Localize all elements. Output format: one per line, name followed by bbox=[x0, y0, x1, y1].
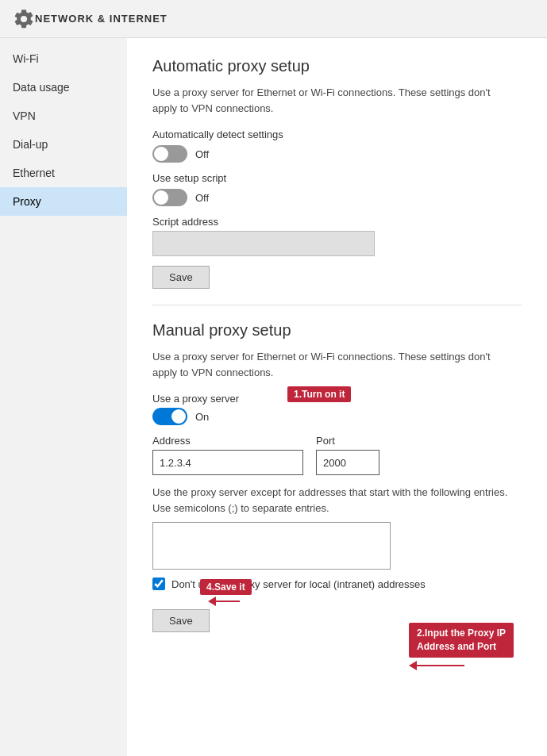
automatic-proxy-desc: Use a proxy server for Ethernet or Wi-Fi… bbox=[152, 85, 518, 116]
sidebar-item-dial-up[interactable]: Dial-up bbox=[0, 130, 127, 159]
annotation-4-arrow bbox=[208, 597, 240, 606]
except-desc: Use the proxy server except for addresse… bbox=[152, 485, 518, 516]
auto-detect-thumb bbox=[154, 147, 168, 161]
auto-detect-toggle-row: Off bbox=[152, 145, 522, 163]
sidebar-item-vpn[interactable]: VPN bbox=[0, 102, 127, 130]
sidebar: Wi-Fi Data usage VPN Dial-up Ethernet Pr… bbox=[0, 38, 127, 756]
local-intranet-checkbox[interactable] bbox=[152, 578, 165, 590]
address-label: Address bbox=[152, 435, 303, 447]
header-title: NETWORK & INTERNET bbox=[35, 13, 168, 25]
use-proxy-toggle-row: On bbox=[152, 408, 239, 425]
annotation-4-wrapper: 4.Save it bbox=[200, 579, 252, 606]
address-port-row: Address Port bbox=[152, 435, 522, 475]
layout: Wi-Fi Data usage VPN Dial-up Ethernet Pr… bbox=[0, 38, 547, 756]
setup-script-state: Off bbox=[195, 192, 209, 204]
manual-proxy-desc: Use a proxy server for Ethernet or Wi-Fi… bbox=[152, 349, 518, 380]
setup-script-label: Use setup script bbox=[152, 172, 522, 184]
annotation-2-wrapper: 2.Input the Proxy IP Address and Port bbox=[409, 623, 514, 670]
manual-proxy-save-button[interactable]: Save bbox=[152, 609, 210, 632]
auto-detect-state: Off bbox=[195, 148, 209, 160]
annotation-2-arrow bbox=[409, 661, 464, 670]
automatic-proxy-section: Automatic proxy setup Use a proxy server… bbox=[152, 57, 522, 289]
address-input[interactable] bbox=[152, 450, 303, 475]
section-divider bbox=[152, 305, 522, 305]
port-group: Port bbox=[316, 435, 379, 475]
annotation-4-arrowhead bbox=[208, 597, 216, 606]
sidebar-item-wifi[interactable]: Wi-Fi bbox=[0, 44, 127, 73]
sidebar-item-ethernet[interactable]: Ethernet bbox=[0, 159, 127, 187]
annotation-4-line bbox=[216, 601, 240, 602]
manual-proxy-title: Manual proxy setup bbox=[152, 321, 522, 340]
annotation-1-wrapper: 1.Turn on it bbox=[287, 386, 351, 402]
annotation-4-badge: 4.Save it bbox=[200, 579, 252, 595]
script-address-label: Script address bbox=[152, 216, 522, 228]
annotation-2-line bbox=[417, 665, 464, 666]
setup-script-toggle-row: Off bbox=[152, 189, 522, 206]
annotation-1-badge: 1.Turn on it bbox=[287, 386, 351, 402]
use-proxy-state: On bbox=[195, 411, 209, 423]
auto-proxy-save-button[interactable]: Save bbox=[152, 266, 210, 289]
use-proxy-toggle[interactable] bbox=[152, 408, 187, 425]
port-input[interactable] bbox=[316, 450, 379, 475]
use-proxy-thumb bbox=[171, 409, 186, 424]
auto-detect-toggle[interactable] bbox=[152, 145, 187, 163]
use-proxy-label: Use a proxy server bbox=[152, 393, 239, 405]
annotation-2-badge: 2.Input the Proxy IP Address and Port bbox=[409, 623, 514, 658]
address-group: Address bbox=[152, 435, 303, 475]
save-annotation-wrapper: 4.Save it Save bbox=[152, 600, 210, 632]
setup-script-toggle[interactable] bbox=[152, 189, 187, 206]
setup-script-thumb bbox=[154, 190, 168, 205]
annotation-2-arrowhead bbox=[409, 661, 417, 670]
sidebar-item-proxy[interactable]: Proxy bbox=[0, 187, 127, 216]
auto-detect-label: Automatically detect settings bbox=[152, 129, 522, 140]
sidebar-item-data-usage[interactable]: Data usage bbox=[0, 73, 127, 102]
header: NETWORK & INTERNET bbox=[0, 0, 547, 38]
automatic-proxy-title: Automatic proxy setup bbox=[152, 57, 522, 75]
main-content: Automatic proxy setup Use a proxy server… bbox=[127, 38, 547, 756]
port-label: Port bbox=[316, 435, 379, 447]
script-address-input[interactable] bbox=[152, 231, 375, 256]
except-textarea[interactable] bbox=[152, 522, 391, 570]
manual-proxy-section: Manual proxy setup Use a proxy server fo… bbox=[152, 321, 522, 632]
main-inner: Automatic proxy setup Use a proxy server… bbox=[152, 57, 522, 632]
use-proxy-row: Use a proxy server 1.Turn on it On bbox=[152, 393, 239, 435]
gear-icon bbox=[13, 8, 35, 30]
